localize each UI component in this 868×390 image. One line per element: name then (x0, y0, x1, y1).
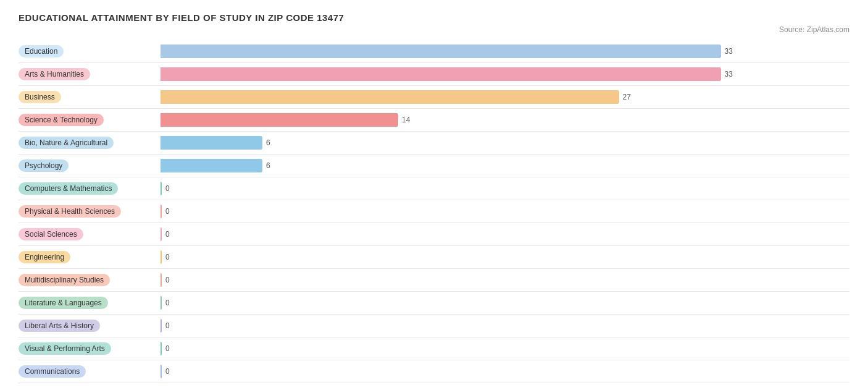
bar-label-pill: Liberal Arts & History (19, 320, 100, 332)
bar-label-pill: Bio, Nature & Agricultural (19, 137, 114, 149)
bar-label-pill: Social Sciences (19, 228, 83, 240)
bar-container: 0 (161, 182, 849, 195)
bar-row: Arts & Humanities33 (19, 63, 849, 86)
bar-label-pill: Engineering (19, 251, 70, 263)
bar-label: Social Sciences (19, 228, 161, 240)
bar-container: 0 (161, 227, 849, 241)
bar-value-label: 0 (165, 184, 170, 193)
bar-label: Arts & Humanities (19, 68, 161, 80)
bar-container: 0 (161, 342, 849, 355)
bar-row: Multidisciplinary Studies0 (19, 269, 849, 292)
bar-label: Liberal Arts & History (19, 320, 161, 332)
bar-row: Liberal Arts & History0 (19, 315, 849, 337)
bar-row: Computers & Mathematics0 (19, 177, 849, 200)
bar-value-label: 0 (165, 207, 170, 216)
bar-fill (161, 250, 162, 264)
bar-row: Visual & Performing Arts0 (19, 337, 849, 360)
bar-label: Psychology (19, 159, 161, 172)
bar-container: 14 (161, 113, 849, 127)
bar-row: Bio, Nature & Agricultural6 (19, 132, 849, 155)
bar-container: 33 (161, 45, 849, 58)
bar-label-pill: Literature & Languages (19, 297, 108, 309)
bar-label: Computers & Mathematics (19, 182, 161, 195)
bar-label: Science & Technology (19, 114, 161, 126)
bar-row: Engineering0 (19, 246, 849, 269)
bar-label-pill: Business (19, 91, 61, 103)
bar-container: 6 (161, 136, 849, 150)
bar-value-label: 0 (165, 276, 170, 284)
bar-label-pill: Arts & Humanities (19, 68, 90, 80)
bar-value-label: 33 (725, 70, 733, 78)
bar-row: Social Sciences0 (19, 223, 849, 246)
bar-label: Visual & Performing Arts (19, 342, 161, 355)
bar-container: 33 (161, 67, 849, 81)
bar-label-pill: Computers & Mathematics (19, 182, 118, 195)
bar-container: 0 (161, 273, 849, 287)
bar-fill (161, 273, 162, 287)
x-axis-labels: 02040 (161, 387, 849, 390)
chart-area: Education33Arts & Humanities33Business27… (19, 40, 849, 383)
chart-title: EDUCATIONAL ATTAINMENT BY FIELD OF STUDY… (19, 12, 849, 23)
bar-container: 0 (161, 319, 849, 333)
bar-fill (161, 296, 162, 310)
bar-container: 0 (161, 296, 849, 310)
bar-label-pill: Science & Technology (19, 114, 104, 126)
bar-fill (161, 365, 162, 378)
bar-fill (161, 319, 162, 333)
bar-container: 27 (161, 90, 849, 104)
bar-container: 0 (161, 250, 849, 264)
bar-row: Communications0 (19, 360, 849, 383)
bar-value-label: 33 (725, 47, 733, 56)
bar-fill (161, 136, 262, 150)
bar-value-label: 0 (165, 321, 170, 330)
bar-fill (161, 227, 162, 241)
bar-value-label: 0 (165, 344, 170, 353)
bar-label-pill: Psychology (19, 159, 69, 172)
bar-container: 0 (161, 205, 849, 218)
bar-fill (161, 182, 162, 195)
bar-fill (161, 159, 262, 172)
bar-container: 0 (161, 365, 849, 378)
bar-row: Science & Technology14 (19, 109, 849, 132)
bar-value-label: 6 (266, 161, 270, 170)
bar-value-label: 14 (402, 116, 410, 124)
bar-label: Literature & Languages (19, 297, 161, 309)
x-axis: 02040 (19, 387, 849, 390)
bar-value-label: 27 (623, 93, 631, 101)
bar-row: Literature & Languages0 (19, 292, 849, 315)
bar-label: Education (19, 45, 161, 57)
bar-label: Business (19, 91, 161, 103)
bar-fill (161, 45, 721, 58)
bar-container: 6 (161, 159, 849, 172)
bar-label-pill: Visual & Performing Arts (19, 342, 111, 355)
bar-value-label: 6 (266, 138, 270, 147)
bar-label-pill: Communications (19, 365, 86, 378)
bar-fill (161, 342, 162, 355)
bar-fill (161, 90, 619, 104)
bar-label: Physical & Health Sciences (19, 205, 161, 218)
source-label: Source: ZipAtlas.com (19, 25, 849, 34)
bar-fill (161, 67, 721, 81)
bar-label: Bio, Nature & Agricultural (19, 137, 161, 149)
bar-fill (161, 205, 162, 218)
bar-row: Physical & Health Sciences0 (19, 200, 849, 223)
bar-label-pill: Multidisciplinary Studies (19, 274, 110, 286)
bar-label-pill: Physical & Health Sciences (19, 205, 121, 218)
bar-label-pill: Education (19, 45, 64, 57)
bar-label: Engineering (19, 251, 161, 263)
bar-value-label: 0 (165, 230, 170, 239)
bar-label: Multidisciplinary Studies (19, 274, 161, 286)
bar-row: Education33 (19, 40, 849, 63)
bar-row: Psychology6 (19, 155, 849, 177)
bar-value-label: 0 (165, 253, 170, 261)
bar-value-label: 0 (165, 299, 170, 307)
bar-value-label: 0 (165, 367, 170, 376)
bar-row: Business27 (19, 86, 849, 109)
bar-label: Communications (19, 365, 161, 378)
bar-fill (161, 113, 398, 127)
